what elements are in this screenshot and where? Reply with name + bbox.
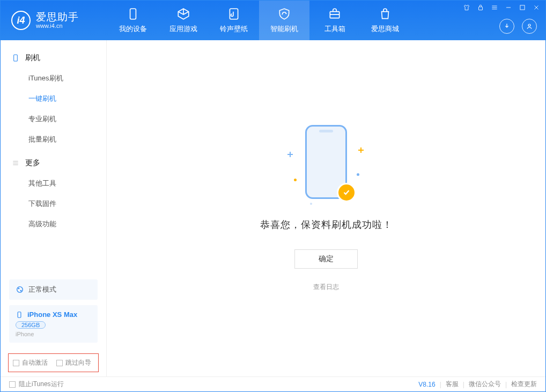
header-right [499, 19, 537, 34]
dot-icon [310, 203, 312, 205]
device-card[interactable]: iPhone XS Max 256GB iPhone [9, 305, 98, 343]
nav-tabs: 我的设备 应用游戏 铃声壁纸 智能刷机 工具箱 爱思商城 [108, 1, 410, 40]
nav-tab-apps[interactable]: 应用游戏 [158, 1, 209, 40]
highlighted-checkbox-row: 自动激活 跳过向导 [8, 353, 99, 372]
nav-label: 智能刷机 [270, 24, 298, 34]
spark-icon [358, 147, 364, 153]
separator: | [463, 381, 464, 388]
checkbox-skip-guide[interactable]: 跳过向导 [56, 358, 91, 367]
checkbox-box-icon [56, 360, 63, 366]
footer-link-wechat[interactable]: 微信公众号 [469, 380, 501, 389]
cube-icon [176, 7, 190, 21]
device-cards: 正常模式 iPhone XS Max 256GB iPhone [1, 279, 106, 353]
app-subtitle: www.i4.cn [36, 23, 79, 29]
footer: 阻止iTunes运行 V8.16 | 客服 | 微信公众号 | 检查更新 [1, 376, 545, 391]
maximize-icon[interactable] [519, 4, 526, 11]
logo-icon: i4 [11, 11, 31, 30]
separator: | [440, 381, 441, 388]
svg-point-9 [20, 290, 22, 292]
footer-right: V8.16 | 客服 | 微信公众号 | 检查更新 [418, 380, 537, 389]
music-icon [227, 7, 241, 21]
close-icon[interactable] [533, 4, 540, 11]
device-type: iPhone [16, 331, 91, 337]
main-content: 恭喜您，保资料刷机成功啦！ 确定 查看日志 [107, 40, 545, 376]
user-button[interactable] [522, 19, 537, 34]
menu-icon[interactable] [491, 4, 498, 11]
nav-tab-device[interactable]: 我的设备 [108, 1, 158, 40]
bag-icon [378, 7, 392, 21]
sidebar-item-pro-flash[interactable]: 专业刷机 [1, 109, 106, 129]
checkbox-box-icon [9, 381, 16, 388]
sidebar: 刷机 iTunes刷机 一键刷机 专业刷机 批量刷机 更多 其他工具 下载固件 … [1, 40, 107, 376]
success-illustration [283, 125, 369, 205]
checkbox-box-icon [13, 360, 19, 366]
sidebar-item-download-firmware[interactable]: 下载固件 [1, 194, 106, 214]
sidebar-head-flash: 刷机 [1, 48, 106, 68]
sidebar-item-other-tools[interactable]: 其他工具 [1, 173, 106, 194]
nav-label: 应用游戏 [169, 24, 197, 34]
sidebar-title: 更多 [25, 158, 40, 168]
checkbox-auto-activate[interactable]: 自动激活 [13, 358, 48, 367]
device-phone-icon [16, 311, 23, 319]
minimize-icon[interactable] [505, 4, 512, 11]
svg-rect-10 [18, 312, 21, 317]
dot-icon [357, 173, 359, 176]
device-capacity: 256GB [16, 321, 46, 329]
nav-tab-flash[interactable]: 智能刷机 [259, 1, 309, 40]
sidebar-section-flash: 刷机 iTunes刷机 一键刷机 专业刷机 批量刷机 [1, 48, 106, 150]
titlebar-icons [463, 4, 540, 11]
body: 刷机 iTunes刷机 一键刷机 专业刷机 批量刷机 更多 其他工具 下载固件 … [1, 40, 545, 376]
nav-tab-toolbox[interactable]: 工具箱 [309, 1, 360, 40]
svg-rect-0 [130, 9, 136, 19]
nav-label: 我的设备 [119, 24, 147, 34]
sidebar-item-advanced[interactable]: 高级功能 [1, 214, 106, 234]
mode-label: 正常模式 [28, 285, 56, 294]
nav-label: 铃声壁纸 [220, 24, 248, 34]
dot-icon [294, 179, 297, 181]
logo-text: 爱思助手 www.i4.cn [36, 12, 79, 29]
sidebar-head-more: 更多 [1, 153, 106, 173]
device-icon [11, 54, 20, 62]
ok-button[interactable]: 确定 [294, 249, 358, 269]
sidebar-title: 刷机 [25, 53, 40, 63]
shirt-icon[interactable] [463, 4, 470, 11]
footer-link-support[interactable]: 客服 [446, 380, 459, 389]
sidebar-item-itunes-flash[interactable]: iTunes刷机 [1, 68, 106, 88]
checkbox-label: 跳过向导 [65, 358, 91, 367]
svg-point-7 [17, 287, 23, 293]
nav-label: 爱思商城 [371, 24, 399, 34]
list-icon [11, 159, 20, 167]
check-badge-icon [337, 183, 356, 202]
device-name: iPhone XS Max [27, 310, 77, 319]
checkbox-block-itunes[interactable]: 阻止iTunes运行 [9, 380, 64, 389]
phone-icon [126, 7, 140, 21]
logo-area: i4 爱思助手 www.i4.cn [1, 11, 108, 30]
success-message: 恭喜您，保资料刷机成功啦！ [260, 218, 393, 231]
nav-label: 工具箱 [324, 24, 345, 34]
device-name-row: iPhone XS Max [16, 310, 91, 319]
toolbox-icon [328, 7, 342, 21]
nav-tab-ringtones[interactable]: 铃声壁纸 [209, 1, 259, 40]
mode-card[interactable]: 正常模式 [9, 279, 98, 300]
checkbox-label: 阻止iTunes运行 [19, 380, 64, 389]
svg-point-5 [528, 24, 530, 26]
sidebar-item-batch-flash[interactable]: 批量刷机 [1, 129, 106, 150]
svg-rect-3 [479, 7, 483, 10]
header: i4 爱思助手 www.i4.cn 我的设备 应用游戏 铃声壁纸 智能刷机 工具… [1, 1, 545, 40]
spark-icon [287, 152, 293, 157]
sidebar-section-more: 更多 其他工具 下载固件 高级功能 [1, 153, 106, 234]
svg-rect-4 [520, 5, 525, 10]
shield-refresh-icon [277, 7, 291, 21]
checkbox-label: 自动激活 [22, 358, 48, 367]
footer-link-update[interactable]: 检查更新 [511, 380, 537, 389]
separator: | [505, 381, 507, 388]
view-log-link[interactable]: 查看日志 [313, 283, 339, 292]
svg-point-8 [18, 288, 20, 290]
sidebar-item-oneclick-flash[interactable]: 一键刷机 [1, 88, 106, 109]
version-label: V8.16 [418, 381, 435, 388]
nav-tab-store[interactable]: 爱思商城 [360, 1, 410, 40]
download-button[interactable] [499, 19, 514, 34]
mode-icon [16, 285, 24, 294]
app-title: 爱思助手 [36, 12, 79, 23]
lock-icon[interactable] [477, 4, 484, 11]
